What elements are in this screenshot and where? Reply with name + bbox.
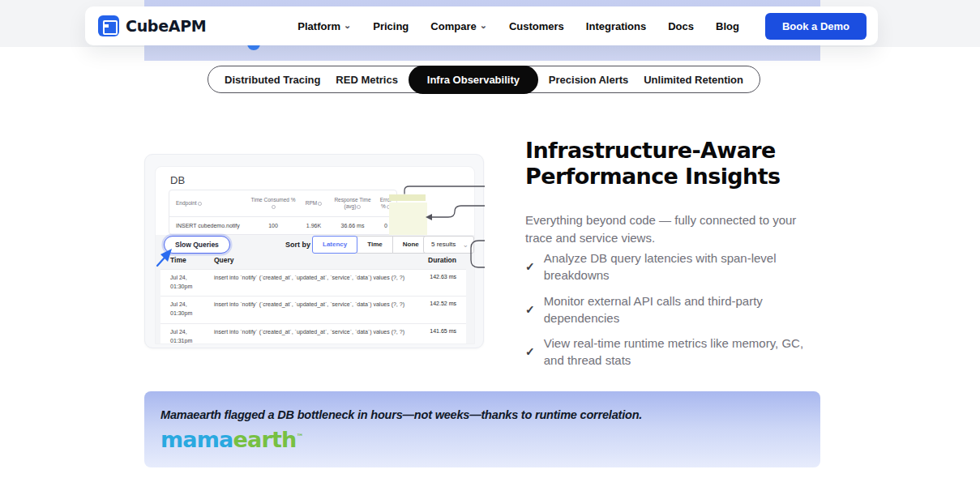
tab-precision-alerts[interactable]: Precision Alerts — [549, 74, 629, 86]
check-icon: ✓ — [525, 303, 535, 316]
db-panel-title: DB — [170, 174, 185, 186]
sort-latency-button[interactable]: Latency — [312, 236, 357, 254]
book-demo-button[interactable]: Book a Demo — [765, 13, 867, 40]
endpoint-table: Endpoint Time Consumed % RPM Response Ti… — [169, 190, 397, 235]
testimonial-quote: Mamaearth flagged a DB bottleneck in hou… — [160, 408, 642, 421]
tab-red-metrics[interactable]: RED Metrics — [336, 74, 398, 86]
tab-distributed-tracing[interactable]: Distributed Tracing — [225, 74, 320, 86]
navbar: CubeAPM Platform ⌄ Pricing Compare ⌄ Cus… — [85, 6, 878, 45]
section-description: Everything beyond code — fully connected… — [525, 211, 824, 247]
info-icon — [198, 202, 202, 206]
bullet-item: ✓ Monitor external API calls and third-p… — [525, 292, 819, 327]
info-icon — [272, 205, 276, 209]
sort-segmented-control: Latency Time None — [312, 236, 430, 254]
query-row[interactable]: Jul 24, 01:30pm insert into `notify` (`c… — [160, 269, 466, 297]
nav-item-platform[interactable]: Platform ⌄ — [297, 20, 351, 32]
dashboard-screenshot-card: DB Endpoint Time Consumed % RPM Response… — [144, 154, 484, 348]
check-icon: ✓ — [525, 345, 535, 358]
col-time-consumed: Time Consumed % — [249, 197, 297, 211]
chevron-down-icon: ⌄ — [480, 21, 487, 30]
info-icon — [318, 202, 322, 206]
rpm-value: 1.96K — [297, 223, 330, 228]
trademark-icon: ™ — [297, 433, 303, 441]
queries-table-header: Time Query Duration — [160, 256, 466, 264]
highlight-block — [389, 203, 427, 235]
mamaearth-logo: mamaearth™ — [160, 427, 303, 452]
section-title: Infrastructure-Aware Performance Insight… — [525, 138, 809, 189]
nav-links: Platform ⌄ Pricing Compare ⌄ Customers I… — [297, 20, 739, 32]
col-query: Query — [214, 256, 404, 264]
brand-name: CubeAPM — [126, 17, 206, 35]
cubeapm-logo-icon — [98, 15, 119, 36]
time-consumed-value: 100 — [249, 223, 297, 228]
feature-tabbar: Distributed Tracing RED Metrics Infra Ob… — [208, 66, 760, 93]
sort-time-button[interactable]: Time — [357, 236, 393, 254]
feature-bullets: ✓ Analyze DB query latencies with span-l… — [525, 250, 819, 378]
nav-item-integrations[interactable]: Integrations — [586, 20, 646, 32]
tab-unlimited-retention[interactable]: Unlimited Retention — [644, 74, 743, 86]
col-time: Time — [170, 256, 208, 264]
db-panel: DB Endpoint Time Consumed % RPM Response… — [155, 166, 475, 344]
tab-infra-observability[interactable]: Infra Observability — [409, 66, 538, 94]
select-chevron-icon: ⌄ — [462, 237, 469, 253]
highlight-strip — [389, 194, 426, 201]
nav-item-compare[interactable]: Compare ⌄ — [430, 20, 487, 32]
response-time-value: 36.66 ms — [330, 223, 375, 228]
brand[interactable]: CubeAPM — [98, 15, 206, 36]
results-select[interactable]: 5 results ⌄ — [423, 236, 474, 254]
testimonial-banner: Mamaearth flagged a DB bottleneck in hou… — [144, 391, 820, 467]
queries-table-body: Jul 24, 01:30pm insert into `notify` (`c… — [160, 269, 466, 344]
col-duration: Duration — [411, 256, 456, 264]
info-icon — [357, 205, 361, 209]
endpoint-table-row[interactable]: INSERT cubedemo.notify 100 1.96K 36.66 m… — [169, 217, 396, 234]
bullet-item: ✓ Analyze DB query latencies with span-l… — [525, 250, 819, 284]
bullet-item: ✓ View real-time runtime metrics like me… — [525, 335, 819, 369]
nav-item-pricing[interactable]: Pricing — [373, 20, 409, 32]
query-row[interactable]: Jul 24, 01:31pm insert into `notify` (`c… — [160, 324, 466, 344]
nav-item-customers[interactable]: Customers — [509, 20, 564, 32]
col-response-time: Response Time (avg) — [330, 197, 375, 211]
check-icon: ✓ — [525, 260, 535, 273]
endpoint-value: INSERT cubedemo.notify — [169, 223, 249, 228]
col-endpoint: Endpoint — [169, 200, 249, 207]
col-rpm: RPM — [297, 200, 330, 207]
nav-item-docs[interactable]: Docs — [668, 20, 694, 32]
chevron-down-icon: ⌄ — [344, 21, 351, 30]
endpoint-table-header: Endpoint Time Consumed % RPM Response Ti… — [169, 190, 396, 217]
nav-item-blog[interactable]: Blog — [716, 20, 739, 32]
query-row[interactable]: Jul 24, 01:30pm insert into `notify` (`c… — [160, 297, 466, 324]
slow-queries-button[interactable]: Slow Queries — [164, 236, 230, 254]
sort-by-label: Sort by — [285, 241, 310, 249]
